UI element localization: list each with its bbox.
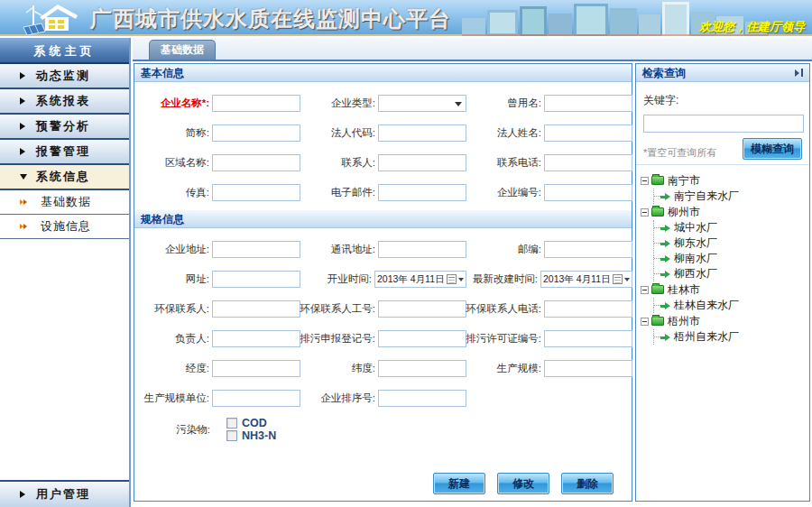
sidebar-item-home[interactable]: 系统主页 [0, 38, 129, 64]
field-label: 电子邮件: [331, 186, 375, 199]
tree-connector [654, 273, 660, 274]
text-input[interactable] [212, 124, 300, 142]
modify-button[interactable]: 修改 [497, 473, 549, 494]
text-input[interactable] [544, 124, 632, 142]
arrow-right-icon [660, 224, 670, 233]
sidebar-menu: 动态监测系统报表预警分析报警管理系统信息基础数据设施信息 [0, 64, 129, 239]
collapse-node-icon[interactable] [641, 286, 649, 294]
form-row: 企业名称*:企业类型:曾用名: [134, 88, 632, 118]
sidebar-item-expanded[interactable]: 系统信息 [0, 165, 129, 190]
field-label: 通讯地址: [331, 243, 375, 256]
pollutants-label: 污染物: [134, 423, 210, 437]
field-label: 联系人: [341, 156, 375, 170]
form-field: 通讯地址: [300, 241, 466, 258]
text-input[interactable] [212, 154, 300, 171]
checkbox[interactable] [226, 430, 237, 441]
sidebar-subitem[interactable]: 基础数据 [0, 190, 129, 215]
tree-city-label[interactable]: 梧州市 [668, 314, 700, 329]
collapse-panel-icon[interactable] [795, 69, 803, 77]
field-label: 网址: [186, 272, 209, 286]
tree-leaf-label[interactable]: 柳西水厂 [674, 266, 717, 281]
text-input[interactable] [212, 241, 300, 258]
tree-city-label[interactable]: 桂林市 [668, 282, 700, 298]
text-input[interactable] [378, 184, 466, 201]
create-button[interactable]: 新建 [433, 473, 485, 494]
arrow-right-icon [660, 270, 670, 279]
collapse-node-icon[interactable] [641, 208, 649, 217]
form-field: 联系人: [300, 154, 466, 171]
text-input[interactable] [544, 360, 632, 377]
collapse-node-icon[interactable] [641, 318, 649, 326]
tree-leaf-label[interactable]: 城中水厂 [674, 220, 717, 235]
sidebar-item-collapsed[interactable]: 预警分析 [0, 115, 129, 140]
chevron-down-icon [458, 278, 464, 281]
sidebar-item-user-management[interactable]: 用户管理 [0, 482, 129, 507]
folder-icon [651, 285, 664, 294]
text-input[interactable] [544, 154, 632, 171]
enterprise-type-select[interactable] [378, 95, 466, 112]
form-row: 企业地址:通讯地址:邮编: [134, 235, 632, 264]
text-input[interactable] [212, 271, 300, 288]
tree-city-label[interactable]: 柳州市 [668, 205, 700, 220]
text-input[interactable] [378, 330, 466, 347]
form-field: 排污许可证编号: [466, 330, 632, 347]
tree-leaf-label[interactable]: 柳南水厂 [674, 251, 717, 266]
text-input[interactable] [212, 360, 300, 377]
tree-connector [654, 305, 660, 306]
date-picker[interactable]: 2013年 4月11日 [374, 271, 466, 288]
text-input[interactable] [544, 95, 632, 112]
section-header: 基本信息 [134, 64, 632, 82]
text-input[interactable] [212, 330, 300, 347]
tab-basic-data[interactable]: 基础数据 [149, 40, 216, 60]
collapse-node-icon[interactable] [641, 177, 649, 185]
delete-button[interactable]: 删除 [561, 473, 614, 494]
tree-city-row: 南宁市 [641, 172, 805, 189]
tree-leaf-label[interactable]: 梧州自来水厂 [674, 329, 739, 345]
keyword-input[interactable] [643, 115, 804, 133]
section-title: 基本信息 [141, 64, 184, 82]
text-input[interactable] [544, 330, 632, 347]
sidebar-item-collapsed[interactable]: 系统报表 [0, 89, 129, 115]
text-input[interactable] [378, 360, 466, 377]
tree-leaf-label[interactable]: 桂林自来水厂 [674, 298, 739, 313]
text-input[interactable] [544, 300, 632, 318]
sidebar-item-collapsed[interactable]: 动态监测 [0, 64, 129, 89]
form-row: 负责人:排污申报登记号:排污许可证编号: [134, 324, 632, 354]
field-label: 法人姓名: [497, 126, 541, 140]
sidebar-subitem-label: 设施信息 [41, 218, 91, 235]
text-input[interactable] [212, 95, 300, 112]
tree-leaf-row: 柳西水厂 [654, 266, 805, 281]
chevron-right-icon [20, 123, 25, 130]
text-input[interactable] [544, 241, 632, 258]
text-input[interactable] [212, 184, 300, 201]
text-input[interactable] [378, 154, 466, 171]
tree-city-row: 桂林市 [641, 281, 805, 298]
text-input[interactable] [378, 241, 466, 258]
city-tree: 南宁市南宁自来水厂柳州市城中水厂柳东水厂柳南水厂柳西水厂桂林市桂林自来水厂梧州市… [636, 165, 809, 352]
pollutant-option: NH3-N [226, 429, 303, 442]
sidebar-subitem[interactable]: 设施信息 [0, 215, 129, 239]
text-input[interactable] [544, 184, 632, 201]
tree-children: 桂林自来水厂 [653, 298, 805, 313]
arrow-right-icon [660, 301, 670, 310]
fuzzy-query-button[interactable]: 模糊查询 [743, 138, 802, 160]
tree-leaf-label[interactable]: 柳东水厂 [674, 235, 717, 251]
form-field: 邮编: [466, 241, 632, 258]
form-sections: 基本信息企业名称*:企业类型:曾用名:简称:法人代码:法人姓名:区域名称:联系人… [134, 64, 632, 416]
checkbox[interactable] [226, 418, 237, 429]
text-input[interactable] [378, 390, 466, 407]
sidebar-subitem-label: 基础数据 [41, 194, 91, 210]
date-picker[interactable]: 2013年 4月11日 [540, 271, 632, 288]
tree-city-label[interactable]: 南宁市 [668, 173, 700, 189]
field-label: 法人代码: [331, 126, 375, 140]
field-label: 曾用名: [507, 97, 541, 110]
text-input[interactable] [212, 390, 300, 407]
text-input[interactable] [378, 124, 466, 142]
text-input[interactable] [378, 300, 466, 318]
tree-leaf-label[interactable]: 南宁自来水厂 [674, 189, 739, 204]
sidebar-item-collapsed[interactable]: 报警管理 [0, 140, 129, 165]
search-panel-title: 检索查询 [642, 64, 686, 82]
text-input[interactable] [212, 300, 300, 318]
form-field: 企业类型: [300, 95, 466, 112]
field-label: 环保联系人电话: [466, 302, 541, 316]
